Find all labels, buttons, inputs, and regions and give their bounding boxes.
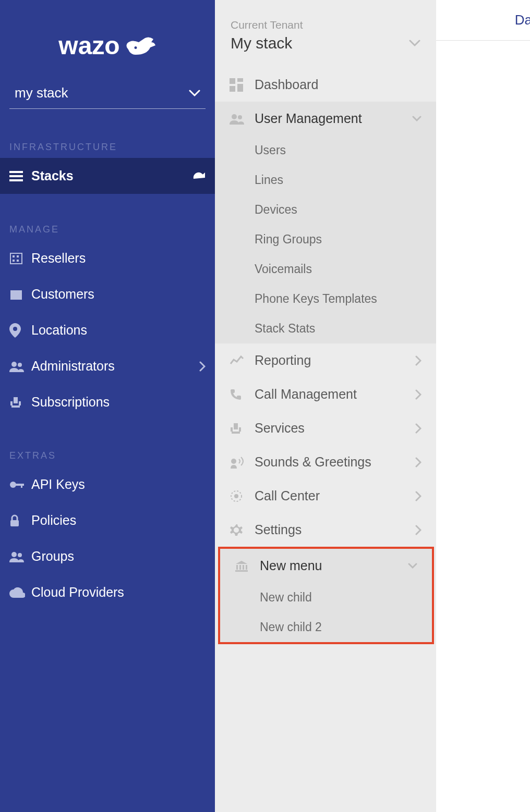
- nav-call-center[interactable]: Call Center: [215, 479, 436, 513]
- chevron-down-icon: [189, 90, 200, 97]
- nav-label: Services: [255, 421, 305, 436]
- nav-label: Sounds & Greetings: [255, 454, 371, 470]
- key-icon: [9, 481, 31, 489]
- svg-rect-18: [10, 520, 19, 526]
- nav-sounds-greetings[interactable]: Sounds & Greetings: [215, 445, 436, 479]
- nav-label: New menu: [260, 558, 322, 573]
- nav-reporting[interactable]: Reporting: [215, 343, 436, 377]
- nav-new-menu[interactable]: New menu: [220, 549, 432, 583]
- nav-new-child-2[interactable]: New child 2: [220, 612, 432, 642]
- nav-ring-groups[interactable]: Ring Groups: [215, 225, 436, 254]
- group-icon: [9, 551, 31, 562]
- svg-rect-29: [239, 427, 241, 432]
- svg-rect-35: [239, 565, 241, 570]
- chevron-down-icon: [409, 40, 420, 47]
- chevron-down-icon: [412, 116, 421, 122]
- sidebar-item-label: Locations: [31, 323, 87, 338]
- sidebar-item-label: Subscriptions: [31, 395, 110, 410]
- sidebar-item-resellers[interactable]: Resellers: [0, 240, 215, 276]
- sidebar-item-label: Cloud Providers: [31, 585, 124, 600]
- nav-dashboard[interactable]: Dashboard: [215, 68, 436, 102]
- sidebar-item-subscriptions[interactable]: Subscriptions: [0, 384, 215, 420]
- chevron-right-icon: [415, 457, 421, 467]
- sidebar-item-policies[interactable]: Policies: [0, 502, 215, 538]
- nav-phone-keys-templates[interactable]: Phone Keys Templates: [215, 284, 436, 314]
- svg-point-15: [10, 482, 16, 488]
- chevron-down-icon: [408, 563, 417, 569]
- nav-label: Call Center: [255, 488, 320, 503]
- dashboard-icon: [230, 78, 255, 92]
- nav-user-management-children: Users Lines Devices Ring Groups Voicemai…: [215, 136, 436, 343]
- sidebar-item-label: Resellers: [31, 251, 86, 266]
- bird-icon: [124, 34, 156, 58]
- svg-point-33: [234, 494, 238, 498]
- breadcrumb-fragment[interactable]: Da: [515, 12, 530, 28]
- chevron-right-icon: [415, 525, 421, 535]
- sidebar-item-locations[interactable]: Locations: [0, 312, 215, 348]
- nav-new-child[interactable]: New child: [220, 583, 432, 612]
- nav-label: User Management: [255, 111, 362, 126]
- pin-icon: [9, 323, 31, 338]
- sidebar-item-administrators[interactable]: Administrators: [0, 348, 215, 384]
- nav-lines[interactable]: Lines: [215, 165, 436, 195]
- secondary-sidebar: Current Tenant My stack Dashboard User M…: [215, 0, 436, 812]
- svg-rect-23: [230, 86, 235, 92]
- svg-rect-3: [10, 253, 22, 264]
- svg-rect-17: [21, 484, 22, 488]
- sidebar-item-customers[interactable]: Customers: [0, 276, 215, 312]
- section-manage: MANAGE: [0, 215, 215, 240]
- sidebar-item-label: Groups: [31, 549, 74, 564]
- sidebar-item-label: API Keys: [31, 477, 85, 492]
- svg-rect-12: [10, 401, 13, 405]
- nav-label: Dashboard: [255, 77, 318, 92]
- gear-icon: [230, 523, 255, 537]
- nav-call-management[interactable]: Call Management: [215, 377, 436, 411]
- sidebar-item-cloud-providers[interactable]: Cloud Providers: [0, 574, 215, 610]
- phone-icon: [230, 388, 255, 401]
- svg-rect-14: [11, 405, 20, 408]
- svg-rect-21: [230, 78, 235, 84]
- users-icon: [9, 361, 31, 372]
- bank-icon: [235, 560, 260, 572]
- svg-point-20: [18, 553, 22, 557]
- sidebar-item-api-keys[interactable]: API Keys: [0, 466, 215, 502]
- sound-icon: [230, 456, 255, 469]
- svg-rect-4: [13, 255, 15, 257]
- svg-rect-38: [235, 570, 248, 572]
- nav-devices[interactable]: Devices: [215, 195, 436, 225]
- svg-rect-7: [17, 260, 19, 262]
- nav-settings[interactable]: Settings: [215, 513, 436, 547]
- sidebar-item-label: Customers: [31, 287, 94, 302]
- sidebar-item-stacks[interactable]: Stacks: [0, 158, 215, 194]
- nav-users[interactable]: Users: [215, 136, 436, 165]
- nav-stack-stats[interactable]: Stack Stats: [215, 314, 436, 343]
- svg-point-19: [11, 552, 17, 557]
- chevron-right-icon: [415, 355, 421, 366]
- chart-icon: [230, 355, 255, 366]
- nav-user-management[interactable]: User Management: [215, 102, 436, 136]
- building-icon: [9, 252, 31, 265]
- highlighted-new-menu: New menu New child New child 2: [218, 547, 434, 644]
- primary-sidebar: wazo my stack INFRASTRUCTURE Stacks MANA…: [0, 0, 215, 812]
- users-icon: [230, 113, 255, 125]
- sidebar-item-groups[interactable]: Groups: [0, 538, 215, 574]
- svg-rect-2: [9, 179, 23, 181]
- chevron-right-icon: [415, 423, 421, 434]
- tenant-value: My stack: [231, 34, 292, 52]
- tenant-selector[interactable]: Current Tenant My stack: [215, 0, 436, 68]
- svg-rect-11: [14, 397, 18, 403]
- svg-rect-37: [246, 565, 247, 570]
- nav-voicemails[interactable]: Voicemails: [215, 254, 436, 284]
- svg-rect-16: [16, 484, 24, 486]
- stack-selector[interactable]: my stack: [9, 81, 206, 109]
- svg-rect-36: [243, 565, 244, 570]
- lock-icon: [9, 514, 31, 527]
- svg-point-31: [231, 459, 236, 464]
- target-icon: [230, 489, 255, 503]
- nav-services[interactable]: Services: [215, 411, 436, 445]
- list-icon: [9, 171, 31, 181]
- svg-rect-28: [231, 427, 233, 432]
- svg-rect-0: [9, 171, 23, 173]
- chevron-right-icon: [199, 361, 206, 372]
- svg-rect-13: [19, 401, 21, 405]
